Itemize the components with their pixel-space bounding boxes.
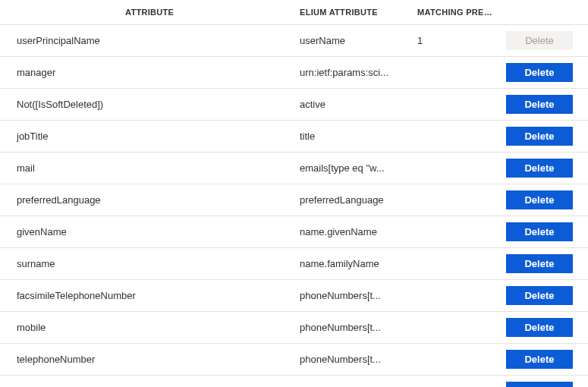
cell-action: Delete xyxy=(497,318,580,337)
cell-elium-attribute: name.familyName xyxy=(300,258,417,269)
cell-action: Delete xyxy=(497,382,580,387)
delete-button[interactable]: Delete xyxy=(506,254,573,273)
table-row[interactable]: mobilephoneNumbers[t...Delete xyxy=(0,312,588,344)
cell-attribute: mobile xyxy=(0,322,300,333)
delete-button[interactable]: Delete xyxy=(506,95,573,114)
delete-button[interactable]: Delete xyxy=(506,127,573,146)
cell-matching-precedence: 1 xyxy=(417,35,497,46)
table-row[interactable]: jobTitletitleDelete xyxy=(0,121,588,153)
cell-attribute: jobTitle xyxy=(0,131,300,142)
attribute-mapping-table: ATTRIBUTE ELIUM ATTRIBUTE MATCHING PREC.… xyxy=(0,0,588,387)
cell-elium-attribute: name.givenName xyxy=(300,226,417,238)
table-row[interactable]: facsimileTelephoneNumberphoneNumbers[t..… xyxy=(0,280,588,312)
cell-attribute: surname xyxy=(0,258,300,269)
table-row[interactable]: objectIdexternalIdDelete xyxy=(0,376,588,387)
cell-attribute: Not([IsSoftDeleted]) xyxy=(0,99,300,110)
delete-button[interactable]: Delete xyxy=(506,159,573,178)
cell-action: Delete xyxy=(497,63,580,82)
cell-action: Delete xyxy=(497,350,580,369)
delete-button[interactable]: Delete xyxy=(506,382,573,387)
table-row[interactable]: userPrincipalNameuserName1Delete xyxy=(0,25,588,57)
header-elium-attribute: ELIUM ATTRIBUTE xyxy=(300,8,417,17)
cell-attribute: telephoneNumber xyxy=(0,354,300,365)
cell-elium-attribute: title xyxy=(300,131,417,142)
delete-button[interactable]: Delete xyxy=(506,318,573,337)
cell-elium-attribute: preferredLanguage xyxy=(300,194,417,206)
cell-action: Delete xyxy=(497,159,580,178)
delete-button[interactable]: Delete xyxy=(506,63,573,82)
table-row[interactable]: mailemails[type eq "w...Delete xyxy=(0,153,588,184)
cell-elium-attribute: phoneNumbers[t... xyxy=(300,354,417,365)
cell-attribute: preferredLanguage xyxy=(0,194,300,206)
cell-attribute: manager xyxy=(0,67,300,78)
cell-action: Delete xyxy=(497,95,580,114)
delete-button[interactable]: Delete xyxy=(506,286,573,305)
cell-attribute: givenName xyxy=(0,226,300,238)
cell-elium-attribute: userName xyxy=(300,35,417,46)
cell-action: Delete xyxy=(497,190,580,209)
cell-action: Delete xyxy=(497,286,580,305)
delete-button: Delete xyxy=(506,31,573,50)
cell-attribute: mail xyxy=(0,162,300,174)
cell-action: Delete xyxy=(497,31,580,50)
delete-button[interactable]: Delete xyxy=(506,350,573,369)
cell-attribute: facsimileTelephoneNumber xyxy=(0,290,300,301)
cell-action: Delete xyxy=(497,127,580,146)
table-row[interactable]: preferredLanguagepreferredLanguageDelete xyxy=(0,184,588,216)
cell-elium-attribute: urn:ietf:params:sci... xyxy=(300,67,417,78)
delete-button[interactable]: Delete xyxy=(506,190,573,209)
table-row[interactable]: telephoneNumberphoneNumbers[t...Delete xyxy=(0,344,588,376)
cell-elium-attribute: phoneNumbers[t... xyxy=(300,290,417,301)
table-row[interactable]: surnamename.familyNameDelete xyxy=(0,248,588,280)
cell-elium-attribute: phoneNumbers[t... xyxy=(300,322,417,333)
table-row[interactable]: givenNamename.givenNameDelete xyxy=(0,216,588,248)
table-header-row: ATTRIBUTE ELIUM ATTRIBUTE MATCHING PREC.… xyxy=(0,0,588,25)
table-row[interactable]: managerurn:ietf:params:sci...Delete xyxy=(0,57,588,89)
delete-button[interactable]: Delete xyxy=(506,222,573,241)
cell-action: Delete xyxy=(497,222,580,241)
cell-action: Delete xyxy=(497,254,580,273)
header-attribute: ATTRIBUTE xyxy=(0,8,300,17)
header-matching-precedence: MATCHING PREC... xyxy=(417,8,497,17)
cell-attribute: userPrincipalName xyxy=(0,35,300,46)
cell-elium-attribute: emails[type eq "w... xyxy=(300,162,417,174)
cell-elium-attribute: active xyxy=(300,99,417,110)
table-row[interactable]: Not([IsSoftDeleted])activeDelete xyxy=(0,89,588,121)
